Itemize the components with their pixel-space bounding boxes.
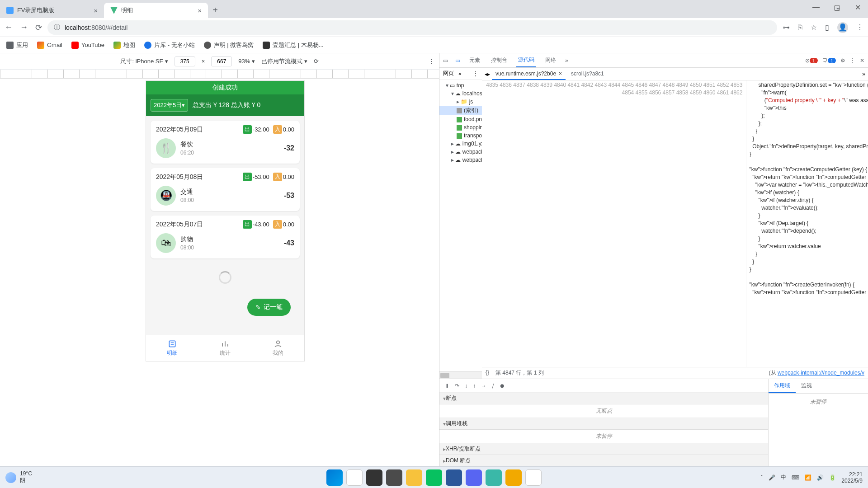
bookmark-star-icon[interactable]: ☆ [811,23,817,32]
rotate-icon[interactable]: ⟳ [314,58,319,65]
device-toggle-icon[interactable]: ▭ [455,57,460,64]
zoom-select[interactable]: 93% ▾ [238,58,255,65]
forward-button[interactable]: → [20,23,28,33]
ime-indicator[interactable]: 中 [781,474,786,481]
bookmark-gmail[interactable]: Gmail [37,42,62,49]
devtools-close-icon[interactable]: ✕ [860,57,864,64]
tray-chevron-icon[interactable]: ˄ [760,474,763,481]
tree-file[interactable]: food.pn [439,115,482,123]
code-editor[interactable]: 4835 4836 4837 4838 4839 4840 4841 4842 … [482,80,868,367]
tree-top[interactable]: ▭ top [439,81,482,89]
apps-shortcut[interactable]: 应用 [6,41,28,49]
tree-file[interactable]: shoppin [439,123,482,131]
tree-webpack-folder[interactable]: ☁ webpack- [439,148,482,156]
close-icon[interactable]: × [94,7,98,14]
panel-sources[interactable]: 源代码 [516,56,536,67]
section-callstack[interactable]: 调用堆栈 [439,418,768,430]
tree-index-file[interactable]: (索引) [439,106,482,115]
error-indicator[interactable]: ⊘1 [805,57,818,64]
throttle-select[interactable]: 已停用节流模式 ▾ [261,57,307,66]
pause-exception-icon[interactable]: ⏺ [500,383,505,389]
pause-icon[interactable]: ⏸ [444,383,449,389]
file-tree[interactable]: ▭ top ☁ localhost: 📁 js (索引) food.pn sho… [439,80,482,371]
app-pinned[interactable] [486,469,502,486]
url-bar[interactable]: ⓘ localhost:8080/#/detail [47,20,777,35]
bookmark-muyiy[interactable]: 壹题汇总 | 木易杨... [263,41,323,49]
section-xhr[interactable]: XHR/提取断点 [439,443,768,455]
step-over-icon[interactable]: ↷ [455,383,459,389]
section-dom-bp[interactable]: DOM 断点 [439,455,768,467]
reload-button[interactable]: ⟳ [35,23,42,33]
word-icon[interactable] [446,469,462,486]
bookmark-blog[interactable]: 声明 | 微客鸟窝 [204,41,254,49]
wifi-icon[interactable]: 📶 [805,474,811,481]
nav-prev-icon[interactable]: ◂▸ [485,71,490,77]
scope-tab[interactable]: 作用域 [769,379,796,393]
tree-h-scrollbar[interactable] [439,371,482,379]
tab-stats[interactable]: 统计 [199,335,252,361]
app-pinned[interactable] [466,469,482,486]
more-sidebars-icon[interactable]: » [458,70,462,77]
add-record-button[interactable]: ✎ 记一笔 [247,299,291,316]
bookmark-youtube[interactable]: YouTube [71,42,104,49]
panel-network[interactable]: 网络 [543,56,558,64]
info-indicator[interactable]: 🗨1 [822,57,836,64]
close-icon[interactable]: × [559,70,562,77]
device-height-input[interactable] [211,56,232,66]
task-view-icon[interactable] [366,469,382,486]
device-preset-select[interactable]: 尺寸: iPhone SE ▾ [120,57,168,66]
file-explorer-icon[interactable] [406,469,422,486]
share-icon[interactable]: ⎘ [798,23,802,32]
input-method-icon[interactable]: ⌨ [792,474,799,481]
month-selector[interactable]: 2022年5日▾ [151,99,188,112]
more-tabs-icon[interactable]: » [862,71,865,77]
browser-tab-active[interactable]: 明细 × [104,3,208,18]
weather-widget[interactable]: 19°C阴 [5,470,32,484]
panel-elements[interactable]: 元素 [467,56,482,64]
tree-host[interactable]: ☁ localhost: [439,89,482,98]
more-tabs-icon[interactable]: » [565,57,568,64]
new-tab-button[interactable]: + [208,5,222,18]
minimize-button[interactable]: — [806,0,826,14]
devtools-menu-icon[interactable]: ⋮ [850,57,855,64]
step-into-icon[interactable]: ↓ [465,383,467,389]
browser-menu-icon[interactable]: ⋮ [856,23,863,32]
sources-sidebar-tab[interactable]: 网页 [443,70,454,77]
search-icon[interactable] [346,469,363,486]
wechat-icon[interactable] [426,469,442,486]
step-out-icon[interactable]: ↑ [473,383,476,389]
tree-file[interactable]: transpo [439,131,482,140]
app-pinned[interactable] [505,469,522,486]
tree-js-folder[interactable]: 📁 js [439,98,482,106]
extensions-icon[interactable]: ▯ [825,23,829,32]
deactivate-bp-icon[interactable]: ⧸ [492,383,494,389]
tree-webpack-folder[interactable]: ☁ webpack: [439,156,482,164]
tree-img-folder[interactable]: ☁ img01.yzc [439,140,482,148]
source-map-link[interactable]: webpack-internal:///node_modules/v [778,370,864,376]
app-pinned[interactable] [386,469,402,486]
close-window-button[interactable]: ✕ [847,0,868,14]
volume-icon[interactable]: 🔊 [817,474,824,481]
format-icon[interactable]: {} [486,369,489,377]
microphone-icon[interactable]: 🎤 [769,474,775,481]
profile-avatar[interactable]: 👤 [837,22,848,33]
file-tab[interactable]: scroll.js?a8c1 [567,68,608,80]
record-card[interactable]: 2022年05月09日出-32.00入0.00🍴餐饮06:20-32 [151,121,300,164]
step-icon[interactable]: → [481,383,486,389]
clock[interactable]: 22:212022/5/9 [841,471,863,484]
sidebar-menu-icon[interactable]: ⋮ [473,70,478,77]
record-card[interactable]: 2022年05月07日出-43.00入0.00🛍购物08:00-43 [151,216,300,258]
device-more-icon[interactable]: ⋮ [429,58,434,65]
device-width-input[interactable] [175,56,195,66]
battery-icon[interactable]: 🔋 [829,474,836,481]
back-button[interactable]: ← [5,23,13,33]
chrome-icon[interactable] [525,469,542,486]
tab-me[interactable]: 我的 [251,335,304,361]
record-card[interactable]: 2022年05月08日出-53.00入0.00🚇交通08:00-53 [151,168,300,211]
file-tab-active[interactable]: vue.runtime.esm.js?2b0e× [492,68,566,80]
section-breakpoints[interactable]: 断点 [439,393,768,404]
panel-console[interactable]: 控制台 [489,56,509,64]
settings-gear-icon[interactable]: ⚙ [840,57,845,64]
inspect-icon[interactable]: ▭ [443,57,448,64]
bookmark-maps[interactable]: 地图 [113,41,135,49]
